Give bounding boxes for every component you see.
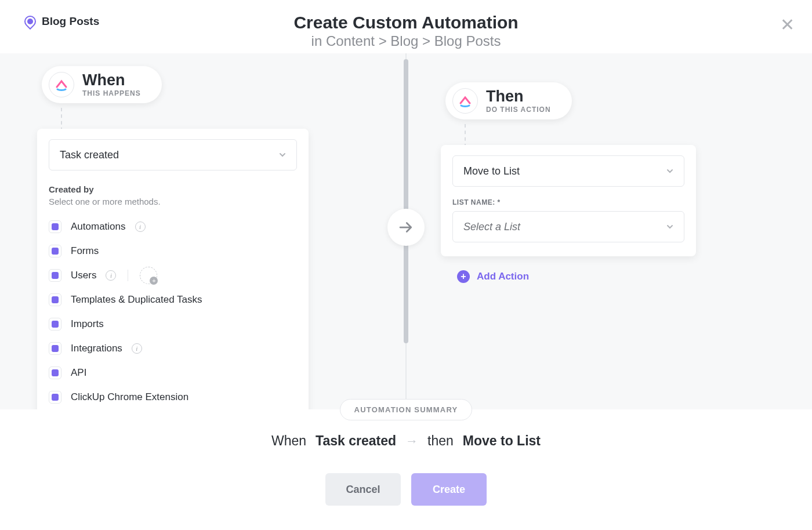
when-title: When [82, 72, 141, 88]
checkbox[interactable] [49, 269, 61, 282]
when-connector [61, 108, 62, 131]
option-label: Users [71, 270, 96, 281]
checkbox[interactable] [49, 391, 61, 404]
option-label: Imports [71, 318, 104, 330]
trigger-select-value: Task created [60, 149, 119, 161]
created-by-option[interactable]: Integrationsi [49, 336, 297, 361]
trigger-select[interactable]: Task created [49, 139, 297, 170]
clickup-logo-icon [452, 88, 478, 114]
then-subtitle: DO THIS ACTION [486, 106, 551, 114]
list-name-select[interactable]: Select a List [452, 211, 684, 242]
page-breadcrumb: in Content > Blog > Blog Posts [0, 33, 812, 49]
create-button[interactable]: Create [411, 473, 487, 506]
chevron-down-icon [666, 168, 673, 175]
chevron-down-icon [279, 151, 286, 158]
automation-canvas: When THIS HAPPENS Task created Created b… [0, 53, 812, 409]
action-select[interactable]: Move to List [452, 155, 684, 187]
cancel-button[interactable]: Cancel [325, 473, 401, 506]
created-by-option[interactable]: Usersi [49, 263, 297, 288]
summary-action: Move to List [463, 433, 541, 449]
location-text: Blog Posts [42, 15, 99, 28]
created-by-label: Created by [49, 184, 297, 194]
arrow-right-icon [397, 219, 415, 236]
then-card: Move to List LIST NAME: * Select a List [441, 145, 696, 256]
clickup-logo-icon [49, 72, 74, 97]
checkbox[interactable] [49, 220, 61, 233]
then-header: Then DO THIS ACTION [445, 82, 572, 119]
flow-arrow [387, 209, 425, 246]
summary-trigger: Task created [316, 433, 396, 449]
summary-when-word: When [271, 433, 306, 449]
created-by-option[interactable]: Imports [49, 312, 297, 336]
created-by-option[interactable]: Automationsi [49, 215, 297, 239]
page-title: Create Custom Automation [0, 13, 812, 32]
chevron-down-icon [666, 223, 673, 230]
add-action-button[interactable]: + Add Action [457, 270, 529, 283]
arrow-right-icon: → [405, 434, 418, 449]
list-name-placeholder: Select a List [463, 221, 520, 233]
summary-then-word: then [427, 433, 454, 449]
close-icon[interactable]: ✕ [780, 16, 795, 34]
info-icon[interactable]: i [135, 222, 146, 232]
created-by-option[interactable]: Templates & Duplicated Tasks [49, 288, 297, 312]
checkbox[interactable] [49, 293, 61, 306]
option-label: Forms [71, 245, 99, 257]
automation-summary-label: AUTOMATION SUMMARY [340, 399, 473, 420]
when-card: Task created Created by Select one or mo… [37, 129, 309, 419]
checkbox[interactable] [49, 342, 61, 355]
option-label: Automations [71, 221, 126, 233]
add-people-icon[interactable] [140, 267, 157, 284]
checkbox[interactable] [49, 245, 61, 257]
add-action-label: Add Action [477, 271, 529, 282]
plus-circle-icon: + [457, 270, 470, 283]
center-scrollbar[interactable] [404, 59, 408, 343]
option-label: Templates & Duplicated Tasks [71, 294, 202, 306]
created-by-option[interactable]: ClickUp Chrome Extension [49, 385, 297, 409]
breadcrumb[interactable]: Blog Posts [24, 15, 99, 28]
checkbox[interactable] [49, 366, 61, 379]
when-subtitle: THIS HAPPENS [82, 89, 141, 97]
list-name-label: LIST NAME: * [452, 198, 684, 206]
created-by-hint: Select one or more methods. [49, 197, 297, 206]
action-select-value: Move to List [463, 165, 520, 177]
option-label: API [71, 367, 86, 379]
footer: AUTOMATION SUMMARY When Task created → t… [0, 409, 812, 530]
checkbox[interactable] [49, 318, 61, 331]
created-by-option[interactable]: Forms [49, 239, 297, 263]
then-connector [465, 124, 466, 147]
option-label: Integrations [71, 343, 122, 354]
location-pin-icon [22, 13, 38, 30]
automation-summary: When Task created → then Move to List [271, 433, 541, 449]
info-icon[interactable]: i [132, 343, 142, 354]
then-title: Then [486, 89, 551, 104]
option-label: ClickUp Chrome Extension [71, 391, 188, 403]
created-by-option[interactable]: API [49, 361, 297, 385]
info-icon[interactable]: i [106, 270, 116, 281]
when-header: When THIS HAPPENS [42, 66, 162, 103]
divider [128, 270, 128, 281]
